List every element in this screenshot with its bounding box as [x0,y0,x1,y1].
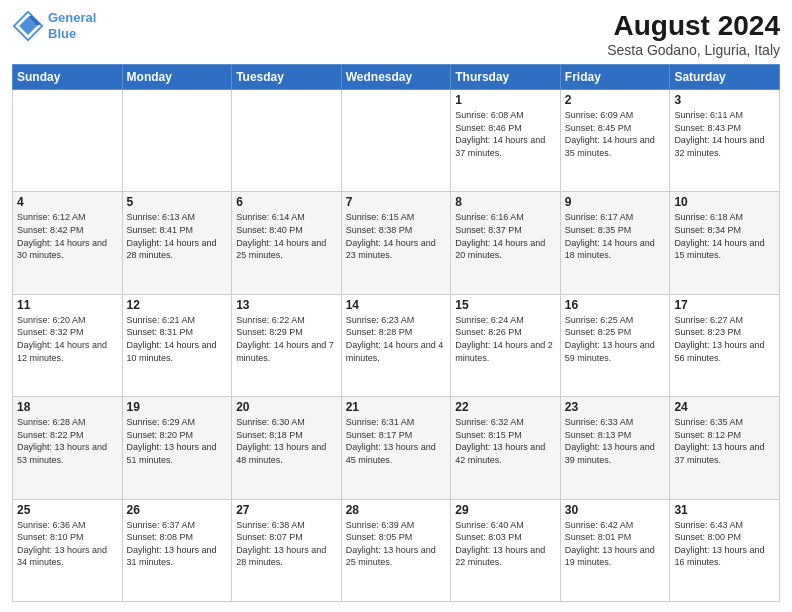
header: General Blue August 2024 Sesta Godano, L… [12,10,780,58]
day-info: Sunrise: 6:33 AM Sunset: 8:13 PM Dayligh… [565,416,666,466]
calendar-cell: 8Sunrise: 6:16 AM Sunset: 8:37 PM Daylig… [451,192,561,294]
calendar-cell: 6Sunrise: 6:14 AM Sunset: 8:40 PM Daylig… [232,192,342,294]
day-info: Sunrise: 6:27 AM Sunset: 8:23 PM Dayligh… [674,314,775,364]
calendar: Sunday Monday Tuesday Wednesday Thursday… [12,64,780,602]
day-number: 22 [455,400,556,414]
calendar-cell: 12Sunrise: 6:21 AM Sunset: 8:31 PM Dayli… [122,294,232,396]
day-info: Sunrise: 6:20 AM Sunset: 8:32 PM Dayligh… [17,314,118,364]
calendar-cell: 18Sunrise: 6:28 AM Sunset: 8:22 PM Dayli… [13,397,123,499]
logo-line2: Blue [48,26,76,41]
subtitle: Sesta Godano, Liguria, Italy [607,42,780,58]
calendar-cell: 30Sunrise: 6:42 AM Sunset: 8:01 PM Dayli… [560,499,670,601]
day-number: 9 [565,195,666,209]
day-number: 7 [346,195,447,209]
day-info: Sunrise: 6:40 AM Sunset: 8:03 PM Dayligh… [455,519,556,569]
day-info: Sunrise: 6:11 AM Sunset: 8:43 PM Dayligh… [674,109,775,159]
day-number: 20 [236,400,337,414]
day-info: Sunrise: 6:15 AM Sunset: 8:38 PM Dayligh… [346,211,447,261]
week-row-1: 4Sunrise: 6:12 AM Sunset: 8:42 PM Daylig… [13,192,780,294]
header-thursday: Thursday [451,65,561,90]
day-number: 29 [455,503,556,517]
day-info: Sunrise: 6:21 AM Sunset: 8:31 PM Dayligh… [127,314,228,364]
day-info: Sunrise: 6:23 AM Sunset: 8:28 PM Dayligh… [346,314,447,364]
day-info: Sunrise: 6:17 AM Sunset: 8:35 PM Dayligh… [565,211,666,261]
calendar-cell: 3Sunrise: 6:11 AM Sunset: 8:43 PM Daylig… [670,90,780,192]
calendar-cell: 27Sunrise: 6:38 AM Sunset: 8:07 PM Dayli… [232,499,342,601]
calendar-cell [341,90,451,192]
calendar-cell: 28Sunrise: 6:39 AM Sunset: 8:05 PM Dayli… [341,499,451,601]
day-number: 14 [346,298,447,312]
day-number: 26 [127,503,228,517]
calendar-cell: 23Sunrise: 6:33 AM Sunset: 8:13 PM Dayli… [560,397,670,499]
day-number: 19 [127,400,228,414]
day-number: 11 [17,298,118,312]
calendar-header: Sunday Monday Tuesday Wednesday Thursday… [13,65,780,90]
calendar-cell: 13Sunrise: 6:22 AM Sunset: 8:29 PM Dayli… [232,294,342,396]
logo-line1: General [48,10,96,25]
day-number: 1 [455,93,556,107]
logo-text: General Blue [48,10,96,41]
header-sunday: Sunday [13,65,123,90]
logo: General Blue [12,10,96,42]
calendar-cell: 4Sunrise: 6:12 AM Sunset: 8:42 PM Daylig… [13,192,123,294]
calendar-cell: 26Sunrise: 6:37 AM Sunset: 8:08 PM Dayli… [122,499,232,601]
calendar-cell: 1Sunrise: 6:08 AM Sunset: 8:46 PM Daylig… [451,90,561,192]
day-info: Sunrise: 6:39 AM Sunset: 8:05 PM Dayligh… [346,519,447,569]
day-number: 27 [236,503,337,517]
calendar-cell: 22Sunrise: 6:32 AM Sunset: 8:15 PM Dayli… [451,397,561,499]
day-info: Sunrise: 6:43 AM Sunset: 8:00 PM Dayligh… [674,519,775,569]
day-info: Sunrise: 6:08 AM Sunset: 8:46 PM Dayligh… [455,109,556,159]
day-info: Sunrise: 6:28 AM Sunset: 8:22 PM Dayligh… [17,416,118,466]
day-info: Sunrise: 6:25 AM Sunset: 8:25 PM Dayligh… [565,314,666,364]
day-number: 3 [674,93,775,107]
calendar-cell: 25Sunrise: 6:36 AM Sunset: 8:10 PM Dayli… [13,499,123,601]
calendar-cell [122,90,232,192]
day-number: 13 [236,298,337,312]
main-title: August 2024 [607,10,780,42]
week-row-0: 1Sunrise: 6:08 AM Sunset: 8:46 PM Daylig… [13,90,780,192]
header-saturday: Saturday [670,65,780,90]
day-number: 10 [674,195,775,209]
day-info: Sunrise: 6:09 AM Sunset: 8:45 PM Dayligh… [565,109,666,159]
day-info: Sunrise: 6:24 AM Sunset: 8:26 PM Dayligh… [455,314,556,364]
calendar-cell: 2Sunrise: 6:09 AM Sunset: 8:45 PM Daylig… [560,90,670,192]
day-number: 31 [674,503,775,517]
day-number: 18 [17,400,118,414]
calendar-cell [232,90,342,192]
calendar-body: 1Sunrise: 6:08 AM Sunset: 8:46 PM Daylig… [13,90,780,602]
day-number: 5 [127,195,228,209]
day-info: Sunrise: 6:35 AM Sunset: 8:12 PM Dayligh… [674,416,775,466]
day-number: 6 [236,195,337,209]
calendar-cell: 19Sunrise: 6:29 AM Sunset: 8:20 PM Dayli… [122,397,232,499]
calendar-cell: 20Sunrise: 6:30 AM Sunset: 8:18 PM Dayli… [232,397,342,499]
calendar-cell [13,90,123,192]
calendar-cell: 9Sunrise: 6:17 AM Sunset: 8:35 PM Daylig… [560,192,670,294]
week-row-3: 18Sunrise: 6:28 AM Sunset: 8:22 PM Dayli… [13,397,780,499]
day-info: Sunrise: 6:30 AM Sunset: 8:18 PM Dayligh… [236,416,337,466]
header-friday: Friday [560,65,670,90]
day-info: Sunrise: 6:12 AM Sunset: 8:42 PM Dayligh… [17,211,118,261]
day-number: 8 [455,195,556,209]
calendar-cell: 31Sunrise: 6:43 AM Sunset: 8:00 PM Dayli… [670,499,780,601]
calendar-cell: 21Sunrise: 6:31 AM Sunset: 8:17 PM Dayli… [341,397,451,499]
header-row: Sunday Monday Tuesday Wednesday Thursday… [13,65,780,90]
calendar-cell: 15Sunrise: 6:24 AM Sunset: 8:26 PM Dayli… [451,294,561,396]
day-info: Sunrise: 6:38 AM Sunset: 8:07 PM Dayligh… [236,519,337,569]
calendar-cell: 11Sunrise: 6:20 AM Sunset: 8:32 PM Dayli… [13,294,123,396]
day-number: 4 [17,195,118,209]
day-info: Sunrise: 6:42 AM Sunset: 8:01 PM Dayligh… [565,519,666,569]
day-info: Sunrise: 6:22 AM Sunset: 8:29 PM Dayligh… [236,314,337,364]
calendar-cell: 29Sunrise: 6:40 AM Sunset: 8:03 PM Dayli… [451,499,561,601]
calendar-cell: 14Sunrise: 6:23 AM Sunset: 8:28 PM Dayli… [341,294,451,396]
calendar-cell: 16Sunrise: 6:25 AM Sunset: 8:25 PM Dayli… [560,294,670,396]
day-number: 12 [127,298,228,312]
day-info: Sunrise: 6:31 AM Sunset: 8:17 PM Dayligh… [346,416,447,466]
week-row-4: 25Sunrise: 6:36 AM Sunset: 8:10 PM Dayli… [13,499,780,601]
day-info: Sunrise: 6:32 AM Sunset: 8:15 PM Dayligh… [455,416,556,466]
day-number: 2 [565,93,666,107]
day-number: 23 [565,400,666,414]
logo-icon [12,10,44,42]
calendar-cell: 5Sunrise: 6:13 AM Sunset: 8:41 PM Daylig… [122,192,232,294]
day-number: 25 [17,503,118,517]
calendar-cell: 17Sunrise: 6:27 AM Sunset: 8:23 PM Dayli… [670,294,780,396]
